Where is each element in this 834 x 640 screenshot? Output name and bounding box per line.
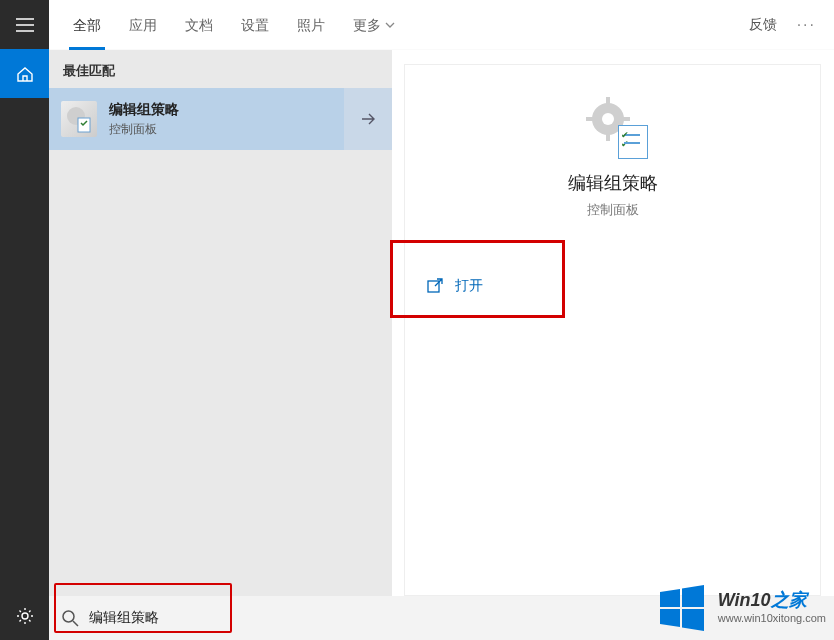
action-open[interactable]: 打开 — [405, 263, 820, 309]
preview-title: 编辑组策略 — [568, 171, 658, 195]
result-title: 编辑组策略 — [109, 101, 179, 119]
sidebar — [0, 0, 49, 640]
result-subtitle: 控制面板 — [109, 121, 179, 138]
windows-logo-icon — [656, 580, 708, 632]
tab-more-label: 更多 — [353, 0, 381, 50]
sidebar-spacer — [0, 98, 49, 591]
open-icon — [427, 278, 443, 294]
tab-photos[interactable]: 照片 — [283, 0, 339, 50]
watermark-brand: Win10之家 — [718, 588, 826, 612]
watermark: Win10之家 www.win10xitong.com — [656, 580, 826, 632]
tab-documents[interactable]: 文档 — [171, 0, 227, 50]
home-button[interactable] — [0, 49, 49, 98]
preview-header: ✔✔ 编辑组策略 控制面板 — [405, 65, 820, 237]
preview-gpedit-icon: ✔✔ — [584, 95, 642, 153]
result-row: 编辑组策略 控制面板 — [49, 88, 392, 150]
settings-button[interactable] — [0, 591, 49, 640]
preview-subtitle: 控制面板 — [587, 201, 639, 219]
gear-icon — [16, 607, 34, 625]
chevron-down-icon — [385, 20, 395, 30]
result-item-edit-group-policy[interactable]: 编辑组策略 控制面板 — [49, 88, 344, 150]
arrow-right-icon — [358, 109, 378, 129]
tab-more[interactable]: 更多 — [339, 0, 409, 50]
svg-rect-8 — [622, 117, 630, 121]
gpedit-icon — [61, 101, 97, 137]
result-open-arrow[interactable] — [344, 88, 392, 150]
preview-pane: ✔✔ 编辑组策略 控制面板 打开 — [404, 64, 821, 596]
menu-button[interactable] — [0, 0, 49, 49]
svg-rect-7 — [586, 117, 594, 121]
preview-actions: 打开 — [405, 263, 820, 309]
svg-point-10 — [63, 611, 74, 622]
svg-rect-9 — [428, 281, 439, 292]
search-icon — [61, 609, 79, 627]
feedback-link[interactable]: 反馈 — [737, 16, 789, 34]
svg-point-4 — [602, 113, 614, 125]
svg-rect-5 — [606, 97, 610, 105]
home-icon — [16, 65, 34, 83]
tab-all[interactable]: 全部 — [59, 0, 115, 50]
action-open-label: 打开 — [455, 277, 483, 295]
results-pane: 最佳匹配 编辑组策略 控制面板 — [49, 50, 392, 596]
svg-rect-6 — [606, 133, 610, 141]
tab-settings[interactable]: 设置 — [227, 0, 283, 50]
svg-point-0 — [22, 613, 28, 619]
filter-tabs: 全部 应用 文档 设置 照片 更多 反馈 ··· — [49, 0, 834, 50]
result-text: 编辑组策略 控制面板 — [109, 101, 179, 138]
watermark-text: Win10之家 www.win10xitong.com — [718, 588, 826, 624]
watermark-url: www.win10xitong.com — [718, 612, 826, 624]
hamburger-icon — [16, 18, 34, 32]
section-title-best-match: 最佳匹配 — [49, 50, 392, 88]
overflow-button[interactable]: ··· — [789, 16, 824, 34]
watermark-brand-prefix: Win10 — [718, 590, 771, 610]
watermark-brand-suffix: 之家 — [771, 590, 807, 610]
ellipsis-icon: ··· — [797, 16, 816, 33]
tab-apps[interactable]: 应用 — [115, 0, 171, 50]
